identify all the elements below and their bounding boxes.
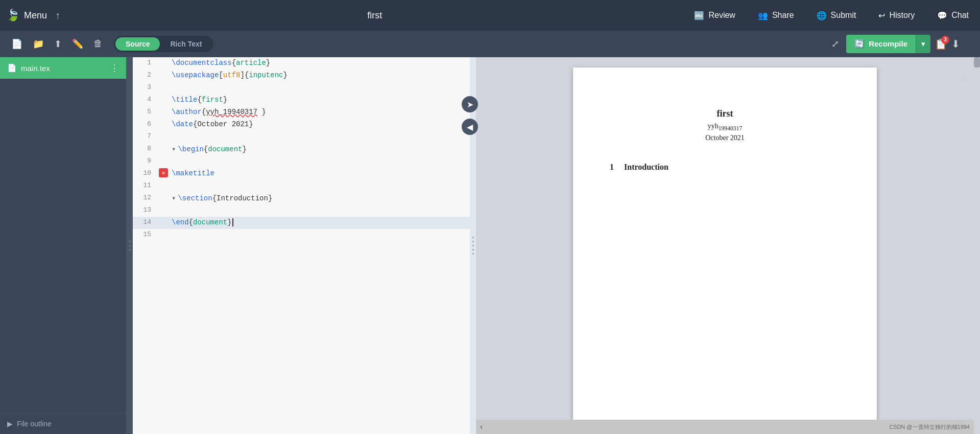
code-line: 8 ▾\begin{document} — [133, 143, 470, 155]
share-icon: 👥 — [758, 11, 768, 20]
log-badge: 3 — [941, 36, 949, 44]
upload-icon[interactable]: ↑ — [55, 10, 60, 21]
menu-label: Menu — [24, 10, 47, 21]
overleaf-icon: 🍃 — [6, 9, 20, 22]
open-file-button[interactable]: 📁 — [30, 35, 47, 53]
document-title: first — [367, 10, 382, 21]
review-button[interactable]: 🔤 Review — [689, 8, 740, 24]
history-icon: ↩ — [878, 11, 885, 20]
menu-button[interactable]: 🍃 Menu — [6, 9, 47, 22]
download-button[interactable]: ⬇ — [951, 38, 960, 50]
code-line-error: 10 ✕ \maketitle — [133, 168, 470, 180]
file-name: 📄 main.tex — [7, 63, 50, 73]
preview-scrollbar[interactable] — [974, 57, 980, 434]
preview-pane: first yyh19940317 October 2021 1 Introdu… — [476, 57, 974, 434]
pdf-page: first yyh19940317 October 2021 1 Introdu… — [573, 67, 877, 420]
code-line: 2 \usepackage[utf8]{inputenc} — [133, 70, 470, 82]
sidebar-drag-handle[interactable] — [127, 57, 133, 434]
preview-scroll[interactable]: first yyh19940317 October 2021 1 Introdu… — [476, 59, 974, 420]
watermark: CSDN @一直特立独行的猫1994 — [889, 423, 970, 431]
code-line: 3 — [133, 82, 470, 94]
navigate-right-button[interactable]: ➤ — [462, 96, 478, 112]
editor-pane: 1 \documentclass{article} 2 \usepackage[… — [133, 57, 470, 434]
pdf-section: 1 Introduction — [610, 163, 840, 172]
code-line: 1 \documentclass{article} — [133, 57, 470, 70]
code-line: 11 — [133, 180, 470, 192]
code-editor[interactable]: 1 \documentclass{article} 2 \usepackage[… — [133, 57, 470, 434]
code-line: 7 — [133, 131, 470, 143]
toolbar: 📄 📁 ⬆ ✏️ 🗑 Source Rich Text ⤢ 🔄 Recompil… — [0, 31, 980, 57]
code-line: 15 — [133, 229, 470, 241]
pdf-title: first — [610, 108, 840, 119]
chevron-right-icon: ▶ — [7, 420, 13, 428]
source-tab[interactable]: Source — [115, 37, 160, 51]
code-line: 4 \title{first} — [133, 94, 470, 106]
editor-preview-drag-handle[interactable] — [470, 57, 476, 434]
rich-text-tab[interactable]: Rich Text — [160, 37, 212, 51]
recompile-dropdown[interactable]: ▾ — [916, 35, 930, 53]
submit-icon: 🌐 — [817, 11, 827, 20]
error-marker: ✕ — [159, 168, 168, 177]
recompile-icon: 🔄 — [854, 39, 865, 49]
edit-button[interactable]: ✏️ — [69, 35, 86, 53]
toolbar-left: 📄 📁 ⬆ ✏️ 🗑 — [8, 35, 106, 53]
recompile-group: 🔄 Recompile ▾ — [846, 35, 930, 53]
logs-button[interactable]: 📋 3 — [935, 38, 947, 50]
share-button[interactable]: 👥 Share — [753, 8, 799, 24]
new-file-button[interactable]: 📄 — [8, 35, 26, 53]
preview-nav-left[interactable]: ‹ — [480, 422, 483, 431]
navigate-left-button[interactable]: ◀ — [462, 119, 478, 135]
upload-button[interactable]: ⬆ — [51, 35, 65, 53]
editor-toggle: Source Rich Text — [114, 36, 213, 52]
pdf-author: yyh19940317 — [610, 122, 840, 132]
code-line: 5 \author{yyh_19940317 } — [133, 106, 470, 119]
chat-button[interactable]: 💬 Chat — [932, 8, 974, 24]
delete-button[interactable]: 🗑 — [90, 35, 106, 52]
code-line: 6 \date{October 2021} — [133, 119, 470, 131]
code-line: 13 — [133, 204, 470, 217]
file-outline-button[interactable]: ▶ File outline — [0, 413, 126, 434]
preview-bottom-bar: ‹ CSDN @一直特立独行的猫1994 — [476, 420, 974, 434]
pdf-date: October 2021 — [610, 134, 840, 142]
minimize-preview-button[interactable]: ⟩ — [962, 72, 966, 83]
topbar-left: 🍃 Menu ↑ — [6, 9, 60, 22]
file-icon: 📄 — [7, 63, 17, 73]
chat-icon: 💬 — [937, 11, 947, 20]
submit-button[interactable]: 🌐 Submit — [811, 8, 862, 24]
topbar-right: 🔤 Review 👥 Share 🌐 Submit ↩ History 💬 Ch… — [689, 8, 974, 24]
topbar: 🍃 Menu ↑ first 🔤 Review 👥 Share 🌐 Submit… — [0, 0, 980, 31]
review-icon: 🔤 — [694, 11, 704, 20]
file-menu-icon[interactable]: ⋮ — [110, 62, 119, 74]
code-line-cursor: 14 \end{document} — [133, 217, 470, 229]
history-button[interactable]: ↩ History — [873, 8, 920, 24]
code-line: 12 ▾\section{Introduction} — [133, 192, 470, 204]
recompile-button[interactable]: 🔄 Recompile — [846, 35, 916, 53]
sidebar: 📄 main.tex ⋮ ▶ File outline — [0, 57, 127, 434]
expand-button[interactable]: ⤢ — [828, 35, 842, 53]
main-layout: 📄 main.tex ⋮ ▶ File outline 1 \documentc… — [0, 57, 980, 434]
code-line: 9 — [133, 155, 470, 168]
sidebar-file-item[interactable]: 📄 main.tex ⋮ — [0, 57, 126, 79]
